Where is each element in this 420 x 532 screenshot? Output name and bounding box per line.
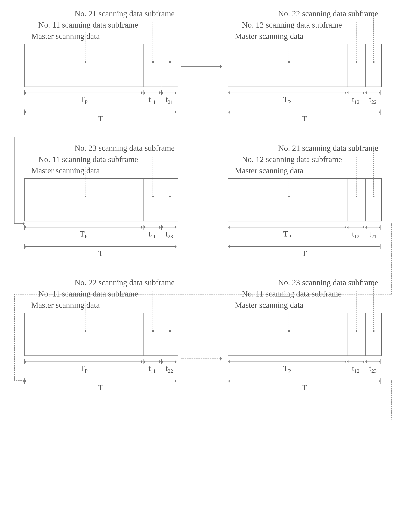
frame-box [228,178,382,221]
frame-block-6: No. 23 scanning data subframe No. 11 sca… [228,277,405,387]
label-top: No. 21 scanning data subframe [228,142,405,154]
frame-box [24,44,178,87]
label-master: Master scanning data [24,299,202,311]
frame-block-2: No. 22 scanning data subframe No. 12 sca… [228,8,405,118]
row-1: No. 21 scanning data subframe No. 11 sca… [8,8,411,118]
label-top: No. 22 scanning data subframe [228,8,405,19]
arrow-1-2 [181,66,222,67]
frame-block-4: No. 21 scanning data subframe No. 12 sca… [228,142,405,253]
frame-block-1: No. 21 scanning data subframe No. 11 sca… [24,8,202,118]
label-master: Master scanning data [228,31,405,42]
frame-box [228,313,382,356]
frame-box [24,178,178,221]
frame-box [228,44,382,87]
label-top: No. 22 scanning data subframe [24,277,202,288]
diagram: No. 21 scanning data subframe No. 11 sca… [8,8,411,387]
label-top: No. 23 scanning data subframe [228,277,405,288]
label-mid: No. 11 scanning data subframe [24,288,202,299]
connector [391,66,391,137]
label-master: Master scanning data [228,299,405,311]
frame-box [24,313,178,356]
label-mid: No. 12 scanning data subframe [228,154,405,165]
label-top: No. 23 scanning data subframe [24,142,202,154]
label-master: Master scanning data [24,165,202,176]
label-master: Master scanning data [24,31,202,42]
frame-block-5: No. 22 scanning data subframe No. 11 sca… [24,277,202,387]
label-mid: No. 11 scanning data subframe [24,154,202,165]
connector [14,137,391,137]
label-master: Master scanning data [228,165,405,176]
label-top: No. 21 scanning data subframe [24,8,202,19]
row-3: No. 22 scanning data subframe No. 11 sca… [8,277,411,387]
row-2: No. 23 scanning data subframe No. 11 sca… [8,142,411,253]
connector [391,380,392,420]
label-mid: No. 11 scanning data subframe [228,288,405,299]
frame-block-3: No. 23 scanning data subframe No. 11 sca… [24,142,202,253]
label-mid: No. 12 scanning data subframe [228,19,405,31]
label-mid: No. 11 scanning data subframe [24,19,202,31]
